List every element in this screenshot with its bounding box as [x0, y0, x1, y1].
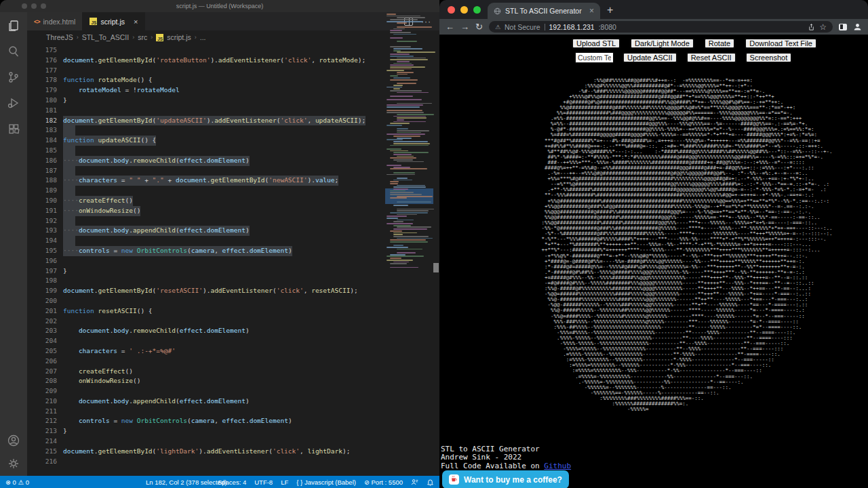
line-number: 193 — [27, 226, 63, 236]
line-number: 206 — [27, 357, 63, 367]
code-line: 186····document.body.removeChild(effect.… — [27, 156, 439, 166]
language-mode[interactable]: { } Javascript (Babel) — [296, 479, 356, 486]
button-row-1: Upload STLDark/Light ModeRotateDownload … — [572, 38, 817, 49]
minimap[interactable] — [387, 14, 432, 272]
breadcrumb-item[interactable]: STL_To_ASCII — [82, 33, 129, 41]
tab-label: script.js — [100, 18, 125, 26]
reload-icon[interactable]: ↻ — [475, 22, 483, 31]
not-secure-warning-icon[interactable]: ⚠ — [495, 24, 500, 30]
explorer-icon[interactable] — [7, 19, 20, 33]
close-tab-icon[interactable]: × — [134, 18, 138, 26]
coffee-button-label: Want to buy me a coffee? — [464, 475, 562, 485]
breadcrumb-item[interactable]: ThreeJS — [46, 33, 73, 41]
breadcrumb[interactable]: ThreeJS›STL_To_ASCII›src›JSscript.js›... — [27, 30, 439, 44]
tab-index-html[interactable]: <> index.html — [27, 12, 83, 30]
line-number: 203 — [27, 326, 63, 336]
profile-avatar-icon[interactable] — [853, 22, 862, 31]
line-number: 195 — [27, 246, 63, 256]
github-link[interactable]: Github — [544, 462, 571, 470]
share-icon[interactable] — [808, 23, 815, 31]
breadcrumb-item[interactable]: script.js — [167, 33, 191, 41]
code-line: 196 — [27, 256, 439, 266]
forward-icon[interactable]: → — [460, 22, 469, 31]
buy-me-a-coffee-button[interactable]: Want to buy me a coffee? — [442, 470, 569, 488]
side-panel-icon[interactable] — [839, 24, 847, 30]
bookmark-star-icon[interactable]: ☆ — [819, 22, 827, 32]
address-divider — [545, 24, 545, 30]
browser-window-controls[interactable] — [439, 6, 488, 19]
ascii-art-viewport[interactable]: :%%@##%%%%%##@@###%%#++=--: -=%%%%%%%%==… — [532, 78, 833, 413]
account-icon[interactable] — [7, 434, 20, 447]
line-number: 211 — [27, 407, 63, 417]
close-window-icon[interactable] — [22, 3, 27, 9]
minimize-window-icon[interactable] — [31, 3, 37, 9]
line-number: 214 — [27, 436, 63, 447]
browser-tab[interactable]: STL To ASCII Generator × — [488, 3, 600, 19]
code-line: 208 onWindowResize() — [27, 376, 439, 386]
line-number: 187 — [27, 166, 63, 176]
update-ascii-button[interactable]: Update ASCII — [623, 52, 677, 63]
reset-ascii-button[interactable]: Reset ASCII — [686, 52, 736, 63]
upload-stl-button[interactable]: Upload STL — [572, 38, 620, 49]
maximize-window-icon[interactable] — [41, 3, 46, 9]
settings-gear-icon[interactable] — [7, 457, 20, 470]
code-line: 178function rotateMode() { — [27, 75, 439, 85]
dark-light-mode-button[interactable]: Dark/Light Mode — [630, 38, 694, 49]
cursor-position[interactable]: Ln 182, Col 2 (378 selected) — [146, 479, 226, 486]
code-line: 214 — [27, 436, 439, 447]
notifications-bell-icon[interactable] — [427, 479, 434, 486]
eol[interactable]: LF — [281, 479, 288, 486]
code-line: 198 — [27, 276, 439, 286]
tab-script-js[interactable]: JS script.js × — [83, 12, 145, 30]
screenshot-button[interactable]: Screenshot — [745, 52, 793, 63]
run-debug-icon[interactable] — [7, 96, 20, 110]
code-line: 180} — [27, 96, 439, 106]
encoding[interactable]: UTF-8 — [254, 479, 273, 486]
js-file-icon: JS — [90, 18, 97, 25]
line-number: 207 — [27, 367, 63, 377]
line-number: 213 — [27, 426, 63, 436]
line-number: 182 — [27, 116, 63, 126]
page-content: Upload STLDark/Light ModeRotateDownload … — [439, 35, 868, 488]
search-icon[interactable] — [7, 45, 20, 58]
breadcrumb-item[interactable]: src — [138, 33, 147, 41]
custom-text-input[interactable] — [575, 52, 614, 63]
back-icon[interactable]: ← — [446, 22, 454, 31]
url-host: 192.168.1.231 — [549, 23, 595, 31]
editor-scrollbar[interactable] — [433, 263, 439, 272]
maximize-window-icon[interactable] — [473, 6, 481, 14]
close-tab-icon[interactable]: × — [589, 6, 594, 16]
code-line: 187 — [27, 166, 439, 176]
code-line: 184function updateASCII() { — [27, 136, 439, 146]
code-line: 179 rotateModel = !rotateModel — [27, 85, 439, 96]
browser-window: STL To ASCII Generator × + ← → ↻ ⚠ Not S… — [439, 0, 868, 488]
browser-tabstrip: STL To ASCII Generator × + — [439, 0, 868, 19]
vscode-titlebar[interactable]: script.js — Untitled (Workspace) — [0, 0, 439, 12]
minimize-window-icon[interactable] — [460, 6, 468, 14]
code-line: 213} — [27, 426, 439, 436]
code-line: 210 document.body.appendChild(effect.dom… — [27, 396, 439, 407]
vscode-window-controls[interactable] — [22, 3, 46, 9]
extensions-icon[interactable] — [7, 122, 20, 136]
line-number: 190 — [27, 196, 63, 206]
rotate-button[interactable]: Rotate — [704, 38, 735, 49]
feedback-icon[interactable] — [411, 479, 418, 486]
address-bar[interactable]: ⚠ Not Secure 192.168.1.231 :8080 ☆ — [489, 21, 833, 33]
line-number: 175 — [27, 45, 63, 56]
coffee-cup-icon — [449, 474, 459, 485]
code-line: 176document.getElementById('rotateButton… — [27, 56, 439, 66]
download-text-file-button[interactable]: Download Text File — [745, 38, 817, 49]
line-number: 184 — [27, 136, 63, 146]
source-control-icon[interactable] — [7, 70, 20, 84]
live-server-port[interactable]: ⊘ Port : 5500 — [364, 479, 403, 486]
problems-errors[interactable]: ⊗ 0 ⚠ 0 — [5, 479, 29, 486]
code-editor[interactable]: 175176document.getElementById('rotateBut… — [27, 44, 439, 464]
code-line: 203 document.body.removeChild(effect.dom… — [27, 326, 439, 336]
breadcrumb-item[interactable]: ... — [200, 33, 206, 41]
close-window-icon[interactable] — [448, 6, 455, 14]
line-number: 179 — [27, 85, 63, 96]
line-number: 185 — [27, 146, 63, 156]
code-line: 205 characters = ' .:-+*=%@#' — [27, 346, 439, 357]
new-tab-button[interactable]: + — [600, 4, 620, 19]
code-line: 211 — [27, 407, 439, 417]
